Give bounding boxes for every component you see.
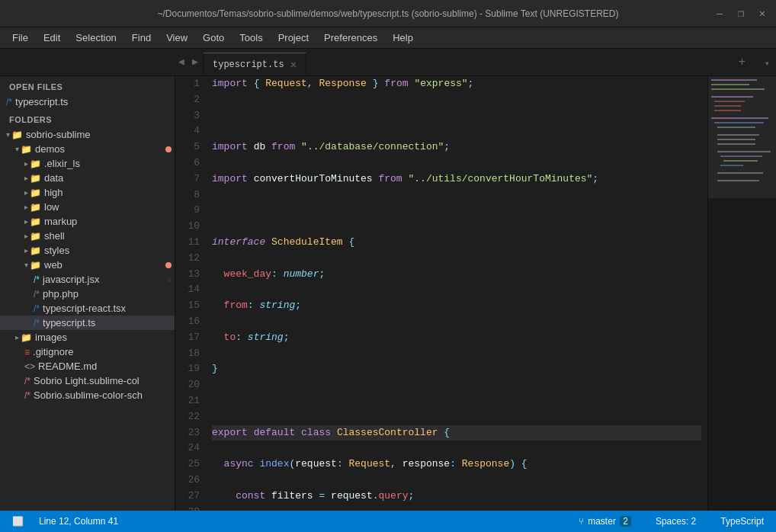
tab-label: typescript.ts <box>213 59 284 70</box>
menu-selection[interactable]: Selection <box>69 30 122 45</box>
main-area: ◀ ▶ typescript.ts ✕ + ▾ OPEN FILES /* ty… <box>0 49 776 511</box>
file-status-icon: ⬜ <box>12 516 24 527</box>
code-area[interactable]: 1 2 3 4 5 6 7 8 9 10 11 12 13 14 15 16 1 <box>175 76 776 511</box>
tab-close-button[interactable]: ✕ <box>290 58 297 71</box>
file-readme-md[interactable]: <> README.md <box>0 359 175 373</box>
file-php-php[interactable]: /* php.php <box>0 287 175 301</box>
folders-header: FOLDERS <box>0 109 175 127</box>
editor[interactable]: 1 2 3 4 5 6 7 8 9 10 11 12 13 14 15 16 1 <box>175 76 776 511</box>
menu-help[interactable]: Help <box>386 30 419 45</box>
menu-project[interactable]: Project <box>272 30 315 45</box>
file-typescript-react-tsx[interactable]: /* typescript-react.tsx <box>0 301 175 316</box>
minimize-button[interactable]: — <box>712 6 727 21</box>
folder-sobrio-sublime[interactable]: ▾ 📁 sobrio-sublime <box>0 127 175 142</box>
status-language[interactable]: TypeScript <box>714 516 770 527</box>
folder-icon: 📁 <box>30 216 41 227</box>
modified-dot <box>165 262 172 268</box>
folder-web[interactable]: ▾ 📁 web <box>0 258 175 272</box>
status-line-col[interactable]: Line 12, Column 41 <box>33 516 124 527</box>
tab-typescript-ts[interactable]: typescript.ts ✕ <box>203 53 306 75</box>
arrow-icon: ▸ <box>24 232 28 240</box>
tab-bar: ◀ ▶ typescript.ts ✕ + ▾ <box>0 49 776 76</box>
file-sub-icon: /* <box>24 376 30 386</box>
status-spaces[interactable]: Spaces: 2 <box>649 516 702 527</box>
folder-data[interactable]: ▸ 📁 data <box>0 171 175 185</box>
folder-icon: 📁 <box>30 173 41 184</box>
tab-nav-prev[interactable]: ◀ <box>175 48 188 75</box>
arrow-icon: ▸ <box>24 217 28 226</box>
arrow-icon: ▸ <box>24 174 28 182</box>
title-bar: ~/Documentos/Temas/sobrio-sublime/demos/… <box>0 0 776 27</box>
folder-label: shell <box>44 230 65 242</box>
minimap <box>707 76 776 511</box>
file-gitignore[interactable]: ≡ .gitignore <box>0 345 175 359</box>
tab-nav-next[interactable]: ▶ <box>189 48 201 75</box>
folder-icon: 📁 <box>30 202 41 213</box>
folder-label: markup <box>44 216 77 227</box>
menu-preferences[interactable]: Preferences <box>318 30 383 45</box>
title-bar-controls: — ❐ ✕ <box>712 6 770 21</box>
modified-dot <box>165 146 172 152</box>
folder-icon: 📁 <box>30 231 41 242</box>
menu-edit[interactable]: Edit <box>37 30 66 45</box>
file-ts-icon: /* <box>6 97 12 107</box>
status-bar: ⬜ Line 12, Column 41 ⑂ master 2 Spaces: … <box>0 511 776 532</box>
file-label: Sobrio Light.sublime-col <box>34 375 139 386</box>
folder-icon: 📁 <box>21 332 32 343</box>
arrow-icon: ▸ <box>24 203 28 211</box>
file-sobrio-light[interactable]: /* Sobrio Light.sublime-col <box>0 373 175 388</box>
menu-file[interactable]: File <box>6 30 34 45</box>
file-sobrio-color[interactable]: /* Sobrio.sublime-color-sch <box>0 388 175 402</box>
menu-find[interactable]: Find <box>126 30 157 45</box>
folder-label: low <box>44 201 59 213</box>
folder-label: data <box>44 172 63 184</box>
menu-goto[interactable]: Goto <box>197 30 230 45</box>
status-right: ⑂ master 2 Spaces: 2 TypeScript <box>572 516 770 527</box>
close-button[interactable]: ✕ <box>755 6 770 21</box>
folder-label: .elixir_ls <box>44 158 80 169</box>
file-md-icon: <> <box>24 361 35 372</box>
folder-label: high <box>44 187 63 198</box>
maximize-button[interactable]: ❐ <box>733 6 749 21</box>
file-label: Sobrio.sublime-color-sch <box>34 389 143 401</box>
file-sub-icon: /* <box>24 390 30 401</box>
content-area: OPEN FILES /* typescript.ts FOLDERS ▾ 📁 … <box>0 76 776 511</box>
arrow-icon: ▸ <box>24 188 28 197</box>
folder-demos[interactable]: ▾ 📁 demos <box>0 142 175 156</box>
tab-add-button[interactable]: + <box>738 56 746 69</box>
arrow-icon: ▾ <box>24 261 28 269</box>
open-file-typescript-ts[interactable]: /* typescript.ts <box>0 95 175 109</box>
folder-markup[interactable]: ▸ 📁 markup <box>0 214 175 229</box>
open-file-label: typescript.ts <box>15 96 68 107</box>
menu-tools[interactable]: Tools <box>233 30 268 45</box>
folder-shell[interactable]: ▸ 📁 shell <box>0 229 175 243</box>
arrow-icon: ▾ <box>15 145 19 153</box>
file-jsx-icon: /* <box>34 274 40 285</box>
folder-images[interactable]: ▸ 📁 images <box>0 330 175 345</box>
menu-bar: File Edit Selection Find View Goto Tools… <box>0 27 776 49</box>
folder-icon: 📁 <box>21 144 32 155</box>
status-left: ⬜ Line 12, Column 41 <box>6 516 124 527</box>
file-label: typescript-react.tsx <box>43 303 126 314</box>
tab-dropdown-button[interactable]: ▾ <box>765 58 770 69</box>
file-javascript-jsx[interactable]: /* javascript.jsx ○ <box>0 272 175 287</box>
code-content[interactable]: import { Request, Response } from "expre… <box>206 76 707 511</box>
file-git-icon: ≡ <box>24 347 30 357</box>
line-numbers: 1 2 3 4 5 6 7 8 9 10 11 12 13 14 15 16 1 <box>175 76 206 511</box>
file-php-icon: /* <box>34 289 40 300</box>
svg-rect-20 <box>708 76 776 198</box>
folder-low[interactable]: ▸ 📁 low <box>0 200 175 214</box>
sidebar: OPEN FILES /* typescript.ts FOLDERS ▾ 📁 … <box>0 76 175 511</box>
folder-styles[interactable]: ▸ 📁 styles <box>0 243 175 258</box>
folder-high[interactable]: ▸ 📁 high <box>0 185 175 200</box>
unsaved-circle: ○ <box>166 275 172 284</box>
status-file-icon: ⬜ <box>6 516 30 527</box>
folder-icon: 📁 <box>30 260 41 271</box>
title-bar-title: ~/Documentos/Temas/sobrio-sublime/demos/… <box>158 8 619 19</box>
folder-elixir-ls[interactable]: ▸ 📁 .elixir_ls <box>0 156 175 171</box>
tabs-container: typescript.ts ✕ <box>203 53 306 75</box>
file-typescript-ts[interactable]: /* typescript.ts <box>0 316 175 330</box>
status-git[interactable]: ⑂ master 2 <box>572 516 637 527</box>
git-num: 2 <box>620 516 631 527</box>
menu-view[interactable]: View <box>160 30 194 45</box>
